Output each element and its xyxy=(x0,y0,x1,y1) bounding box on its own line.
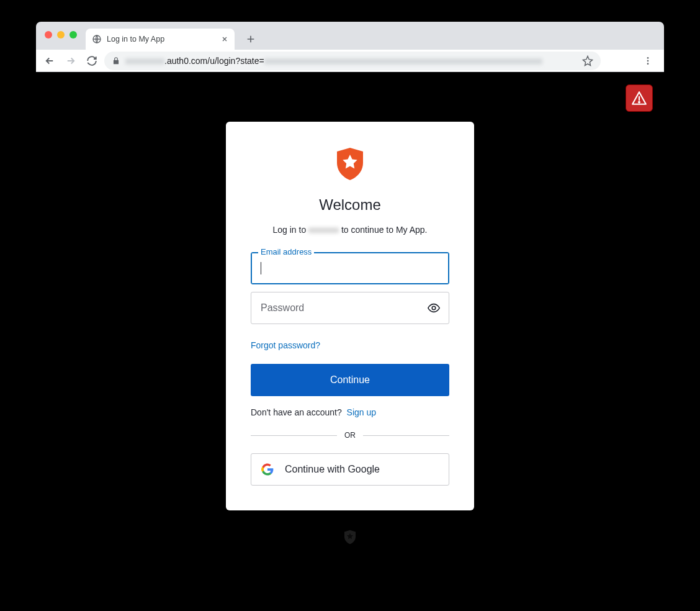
url-text: xxxxxxxxx.auth0.com/u/login?state=xxxxxx… xyxy=(125,56,542,66)
lock-icon xyxy=(112,57,120,65)
app-logo xyxy=(251,147,449,181)
email-field-wrapper: Email address xyxy=(251,252,449,284)
reload-button[interactable] xyxy=(83,52,101,70)
svg-point-4 xyxy=(639,102,640,103)
back-button[interactable] xyxy=(41,52,58,70)
shield-star-icon xyxy=(334,147,366,181)
alert-badge[interactable] xyxy=(626,84,653,112)
login-subtitle: Log in to xxxxxxx to continue to My App. xyxy=(251,225,449,235)
google-button-label: Continue with Google xyxy=(285,464,380,475)
continue-with-google-button[interactable]: Continue with Google xyxy=(251,453,449,486)
or-divider: OR xyxy=(251,431,449,440)
no-account-text: Don't have an account? xyxy=(251,407,342,417)
shield-icon xyxy=(343,530,357,545)
eye-icon xyxy=(427,301,441,315)
window-close-button[interactable] xyxy=(45,31,52,38)
forward-button[interactable] xyxy=(62,52,79,70)
svg-point-2 xyxy=(647,60,649,61)
google-icon xyxy=(261,463,274,476)
email-label: Email address xyxy=(258,247,314,256)
svg-point-3 xyxy=(647,63,649,65)
tab-strip: Log in to My App xyxy=(36,22,664,50)
signup-row: Don't have an account? Sign up xyxy=(251,407,449,417)
new-tab-button[interactable] xyxy=(242,30,259,48)
close-tab-button[interactable] xyxy=(221,35,228,43)
warning-triangle-icon xyxy=(631,90,647,106)
password-field-wrapper: Password xyxy=(251,292,449,324)
or-text: OR xyxy=(344,431,356,440)
browser-window: Log in to My App xxxxxxxxx.auth0.com/u/l… xyxy=(36,22,664,567)
email-input[interactable] xyxy=(251,252,449,284)
browser-menu-button[interactable] xyxy=(639,52,657,70)
continue-button[interactable]: Continue xyxy=(251,364,449,396)
divider-line xyxy=(363,435,449,436)
address-bar[interactable]: xxxxxxxxx.auth0.com/u/login?state=xxxxxx… xyxy=(104,52,601,70)
browser-toolbar: xxxxxxxxx.auth0.com/u/login?state=xxxxxx… xyxy=(36,50,664,72)
login-card: Welcome Log in to xxxxxxx to continue to… xyxy=(226,122,474,510)
window-minimize-button[interactable] xyxy=(57,31,65,38)
browser-tab[interactable]: Log in to My App xyxy=(86,29,235,50)
svg-point-5 xyxy=(432,306,436,310)
divider-line xyxy=(251,435,337,436)
text-caret xyxy=(261,262,261,274)
window-zoom-button[interactable] xyxy=(70,31,77,38)
globe-icon xyxy=(92,34,102,44)
welcome-heading: Welcome xyxy=(251,196,449,214)
tab-title: Log in to My App xyxy=(107,35,164,43)
footer-logo xyxy=(343,530,357,545)
signup-link[interactable]: Sign up xyxy=(347,407,376,417)
window-controls xyxy=(45,31,77,38)
page-viewport: Welcome Log in to xxxxxxx to continue to… xyxy=(36,72,664,567)
svg-point-1 xyxy=(647,57,649,59)
show-password-button[interactable] xyxy=(427,301,441,315)
password-input[interactable] xyxy=(251,292,449,324)
forgot-password-link[interactable]: Forgot password? xyxy=(251,340,320,350)
bookmark-star-icon[interactable] xyxy=(582,55,593,66)
